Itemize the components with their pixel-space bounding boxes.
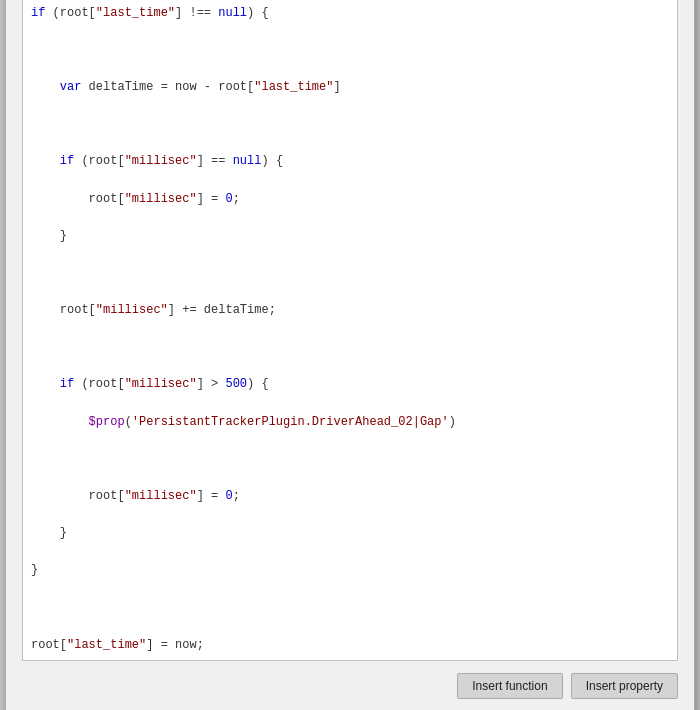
javascript-section: Javascript : Use javascript var now = Da… <box>22 0 678 661</box>
dialog-body: Text binding — None fx Computed value Ja… <box>6 0 694 710</box>
insert-function-button[interactable]: Insert function <box>457 673 562 699</box>
action-row: Insert function Insert property <box>22 673 678 699</box>
code-editor[interactable]: var now = Date.now(); if (root["last_tim… <box>22 0 678 661</box>
binding-dialog: Binding ✕ Text binding — None fx Compute… <box>5 0 695 710</box>
insert-property-button[interactable]: Insert property <box>571 673 678 699</box>
